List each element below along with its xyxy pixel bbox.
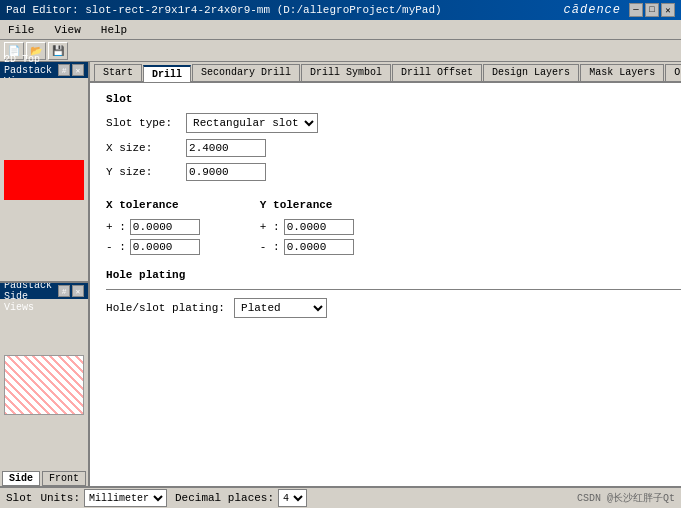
- left-panel: 2D Top Padstack View # ✕ 2D Padstack Sid…: [0, 62, 90, 486]
- slot-preview: ◄ ► X size ▲ ▼ Y size: [670, 113, 681, 183]
- x-tol-plus-input[interactable]: [130, 219, 200, 235]
- plating-divider: [106, 289, 681, 290]
- top-padstack-view: [0, 78, 88, 283]
- side-padstack-hatched-rect: [4, 355, 84, 415]
- top-padstack-red-rect: [4, 160, 84, 200]
- content-area: Start Drill Secondary Drill Drill Symbol…: [90, 62, 681, 486]
- menu-view[interactable]: View: [50, 22, 84, 38]
- y-tolerance-group: Y tolerance + : - :: [260, 199, 354, 255]
- menu-file[interactable]: File: [4, 22, 38, 38]
- slot-type-label: Slot type:: [106, 117, 186, 129]
- tab-secondary-drill[interactable]: Secondary Drill: [192, 64, 300, 81]
- close-button[interactable]: ✕: [661, 3, 675, 17]
- status-bar: Slot Units: Millimeter Decimal places: 4…: [0, 486, 681, 508]
- y-tol-plus-row: + :: [260, 219, 354, 235]
- y-tol-minus-input[interactable]: [284, 239, 354, 255]
- top-padstack-title-bar: 2D Top Padstack View # ✕: [0, 62, 88, 78]
- tab-options[interactable]: Options: [665, 64, 681, 81]
- bottom-tabs: Side Front: [0, 470, 88, 486]
- x-size-row: X size:: [106, 139, 318, 157]
- tab-side[interactable]: Side: [2, 471, 40, 486]
- slot-section-heading: Slot: [106, 93, 681, 105]
- x-size-input[interactable]: [186, 139, 266, 157]
- x-tol-minus-label: - :: [106, 241, 126, 253]
- side-view-panel: 2D Padstack Side Views # ✕ Side Front: [0, 283, 88, 486]
- units-select[interactable]: Millimeter: [84, 489, 167, 507]
- y-size-label: Y size:: [106, 166, 186, 178]
- slot-type-select[interactable]: Rectangular slot: [186, 113, 318, 133]
- y-tolerance-label: Y tolerance: [260, 199, 354, 211]
- tab-drill[interactable]: Drill: [143, 65, 191, 82]
- panel-close-btn[interactable]: ✕: [72, 64, 84, 76]
- decimal-label: Decimal places:: [175, 492, 274, 504]
- title-text: Pad Editor: slot-rect-2r9x1r4-2r4x0r9-mm…: [6, 4, 442, 16]
- panel-content: Slot Slot type: Rectangular slot X size:: [90, 83, 681, 486]
- slot-type-row: Slot type: Rectangular slot: [106, 113, 318, 133]
- menu-bar: File View Help: [0, 20, 681, 40]
- y-tol-minus-label: - :: [260, 241, 280, 253]
- decimal-select[interactable]: 4: [278, 489, 307, 507]
- tab-design-layers[interactable]: Design Layers: [483, 64, 579, 81]
- cadence-logo: cādence: [564, 3, 621, 17]
- tab-front[interactable]: Front: [42, 471, 86, 486]
- title-bar: Pad Editor: slot-rect-2r9x1r4-2r4x0r9-mm…: [0, 0, 681, 20]
- minimize-button[interactable]: ─: [629, 3, 643, 17]
- tab-drill-offset[interactable]: Drill Offset: [392, 64, 482, 81]
- y-size-input[interactable]: [186, 163, 266, 181]
- tolerance-section: X tolerance + : - : Y tolerance + :: [106, 199, 681, 255]
- tab-bar: Start Drill Secondary Drill Drill Symbol…: [90, 62, 681, 83]
- slot-status-item: Slot: [6, 492, 32, 504]
- x-tolerance-group: X tolerance + : - :: [106, 199, 200, 255]
- x-tol-minus-input[interactable]: [130, 239, 200, 255]
- hole-plating-heading: Hole plating: [106, 269, 681, 281]
- toolbar: 📄 📂 💾: [0, 40, 681, 62]
- decimal-item: Decimal places: 4: [175, 489, 307, 507]
- y-tol-plus-label: + :: [260, 221, 280, 233]
- menu-help[interactable]: Help: [97, 22, 131, 38]
- tab-mask-layers[interactable]: Mask Layers: [580, 64, 664, 81]
- panel-pin-btn[interactable]: #: [58, 64, 70, 76]
- tab-start[interactable]: Start: [94, 64, 142, 81]
- x-size-label: X size:: [106, 142, 186, 154]
- y-tol-plus-input[interactable]: [284, 219, 354, 235]
- tab-drill-symbol[interactable]: Drill Symbol: [301, 64, 391, 81]
- hole-plating-row: Hole/slot plating: Plated Non-Plated Opt…: [106, 298, 681, 318]
- slot-status-label: Slot: [6, 492, 32, 504]
- hole-plating-section: Hole plating Hole/slot plating: Plated N…: [106, 269, 681, 318]
- x-tol-minus-row: - :: [106, 239, 200, 255]
- watermark-text: CSDN @长沙红胖子Qt: [577, 491, 675, 505]
- y-tol-minus-row: - :: [260, 239, 354, 255]
- side-panel-close-btn[interactable]: ✕: [72, 285, 84, 297]
- side-padstack-title-bar: 2D Padstack Side Views # ✕: [0, 283, 88, 299]
- x-tol-plus-label: + :: [106, 221, 126, 233]
- units-item: Units: Millimeter: [40, 489, 167, 507]
- hole-plating-select[interactable]: Plated Non-Plated Optional: [234, 298, 327, 318]
- x-tolerance-label: X tolerance: [106, 199, 200, 211]
- maximize-button[interactable]: □: [645, 3, 659, 17]
- units-label: Units:: [40, 492, 80, 504]
- side-panel-pin-btn[interactable]: #: [58, 285, 70, 297]
- hole-plating-label: Hole/slot plating:: [106, 302, 226, 314]
- y-size-row: Y size:: [106, 163, 318, 181]
- x-tol-plus-row: + :: [106, 219, 200, 235]
